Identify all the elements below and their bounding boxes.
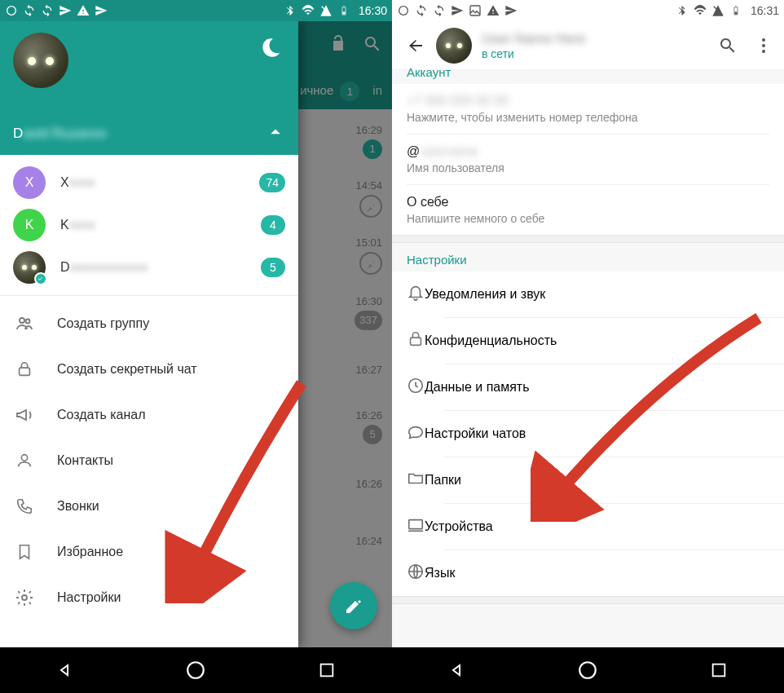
status-bar: 16:31 xyxy=(392,0,784,21)
account-name: Dxxxxxxxxxxxx xyxy=(60,260,261,275)
nav-home[interactable] xyxy=(575,657,601,683)
info-main: +7 000 000 00 00 xyxy=(407,94,769,108)
account-name: Xxxxx xyxy=(60,175,259,190)
info-row[interactable]: @usernameИмя пользователя xyxy=(407,135,769,185)
svg-point-13 xyxy=(762,44,765,47)
signal-icon xyxy=(711,4,725,17)
person-icon xyxy=(13,449,36,472)
setting-bell[interactable]: Уведомления и звук xyxy=(392,271,784,317)
setting-label: Настройки чатов xyxy=(425,426,526,441)
nav-bar xyxy=(392,647,784,693)
account-row[interactable]: XXxxxx74 xyxy=(0,161,298,204)
lock-icon xyxy=(407,330,425,351)
phone-icon xyxy=(13,495,36,518)
nav-recent[interactable] xyxy=(706,657,732,683)
svg-point-9 xyxy=(399,7,408,15)
megaphone-icon xyxy=(13,404,36,426)
avatar[interactable] xyxy=(13,33,68,88)
menu-item-phone[interactable]: Звонки xyxy=(0,483,298,529)
sync-icon xyxy=(23,4,36,17)
svg-point-14 xyxy=(762,50,765,53)
nav-home[interactable] xyxy=(183,657,209,683)
setting-label: Конфиденциальность xyxy=(425,333,557,348)
chevron-up-icon[interactable] xyxy=(264,121,287,143)
setting-lock[interactable]: Конфиденциальность xyxy=(392,318,784,364)
account-avatar: X xyxy=(13,166,46,199)
clock-icon xyxy=(407,377,425,398)
info-main: О себе xyxy=(407,195,769,210)
gear-icon xyxy=(13,586,36,609)
send-icon-2 xyxy=(504,4,518,17)
menu-label: Настройки xyxy=(57,590,121,605)
menu-label: Создать группу xyxy=(57,316,149,331)
profile-name: User Name Here xyxy=(482,31,717,47)
settings-list: Уведомления и звукКонфиденциальностьДанн… xyxy=(392,271,784,596)
menu-item-person[interactable]: Контакты xyxy=(0,438,298,483)
svg-rect-4 xyxy=(20,368,30,375)
chat-icon xyxy=(407,423,425,444)
bell-icon xyxy=(407,284,425,305)
account-row[interactable]: KKxxxx4 xyxy=(0,204,298,246)
profile-status: в сети xyxy=(482,47,717,60)
compose-fab[interactable] xyxy=(330,582,377,629)
send-icon xyxy=(59,4,72,17)
setting-label: Папки xyxy=(425,473,461,488)
setting-label: Язык xyxy=(425,566,455,580)
menu-item-bookmark[interactable]: Избранное xyxy=(0,529,298,575)
info-sub: Напишите немного о себе xyxy=(407,212,769,225)
send-icon xyxy=(451,4,464,17)
menu-label: Создать канал xyxy=(57,408,146,422)
svg-point-3 xyxy=(26,320,30,324)
setting-chat[interactable]: Настройки чатов xyxy=(392,411,784,457)
menu-item-group[interactable]: Создать группу xyxy=(0,301,298,346)
more-icon[interactable] xyxy=(753,35,774,56)
menu-label: Избранное xyxy=(57,545,123,559)
svg-point-5 xyxy=(21,455,27,461)
menu-item-megaphone[interactable]: Создать канал xyxy=(0,392,298,438)
nav-back[interactable] xyxy=(52,657,78,683)
nav-bar xyxy=(0,647,392,693)
back-button[interactable] xyxy=(402,32,429,60)
lock-icon xyxy=(13,358,36,381)
account-row[interactable]: Dxxxxxxxxxxxx5 xyxy=(0,246,298,289)
setting-label: Данные и память xyxy=(425,380,530,395)
svg-rect-1 xyxy=(342,12,345,15)
bluetooth-icon xyxy=(676,4,689,17)
svg-rect-11 xyxy=(734,12,737,15)
moon-icon[interactable] xyxy=(261,36,284,59)
svg-rect-20 xyxy=(712,664,725,677)
bluetooth-icon xyxy=(284,4,297,17)
svg-point-6 xyxy=(22,595,27,600)
svg-rect-17 xyxy=(409,520,423,529)
battery-icon xyxy=(337,4,350,17)
account-info: +7 000 000 00 00Нажмите, чтобы изменить … xyxy=(392,84,784,235)
nav-recent[interactable] xyxy=(314,657,340,683)
status-bar: 16:30 xyxy=(0,0,392,21)
bookmark-icon xyxy=(13,541,36,563)
menu-label: Контакты xyxy=(57,453,113,468)
status-time: 16:30 xyxy=(359,4,387,17)
warning-icon xyxy=(487,4,500,17)
drawer-username: David Ruzanov xyxy=(13,126,107,142)
svg-point-2 xyxy=(20,318,24,323)
menu-item-gear[interactable]: Настройки xyxy=(0,575,298,620)
account-badge: 74 xyxy=(259,173,285,192)
account-badge: 5 xyxy=(261,258,285,277)
info-row[interactable]: О себеНапишите немного о себе xyxy=(407,185,769,235)
setting-label: Устройства xyxy=(425,519,493,534)
setting-devices[interactable]: Устройства xyxy=(392,504,784,550)
setting-clock[interactable]: Данные и память xyxy=(392,364,784,410)
setting-folder[interactable]: Папки xyxy=(392,457,784,503)
warning-icon xyxy=(77,4,90,17)
menu-item-lock[interactable]: Создать секретный чат xyxy=(0,346,298,392)
svg-point-7 xyxy=(188,662,205,678)
send-icon-2 xyxy=(95,4,108,17)
drawer-menu: Создать группуСоздать секретный чатСозда… xyxy=(0,296,298,620)
info-row[interactable]: +7 000 000 00 00Нажмите, чтобы изменить … xyxy=(407,84,769,135)
drawer-header[interactable]: David Ruzanov xyxy=(0,21,298,155)
setting-globe[interactable]: Язык xyxy=(392,550,784,596)
wifi-icon xyxy=(694,4,707,17)
avatar[interactable] xyxy=(436,28,472,64)
nav-back[interactable] xyxy=(444,657,470,683)
search-icon[interactable] xyxy=(717,35,738,56)
